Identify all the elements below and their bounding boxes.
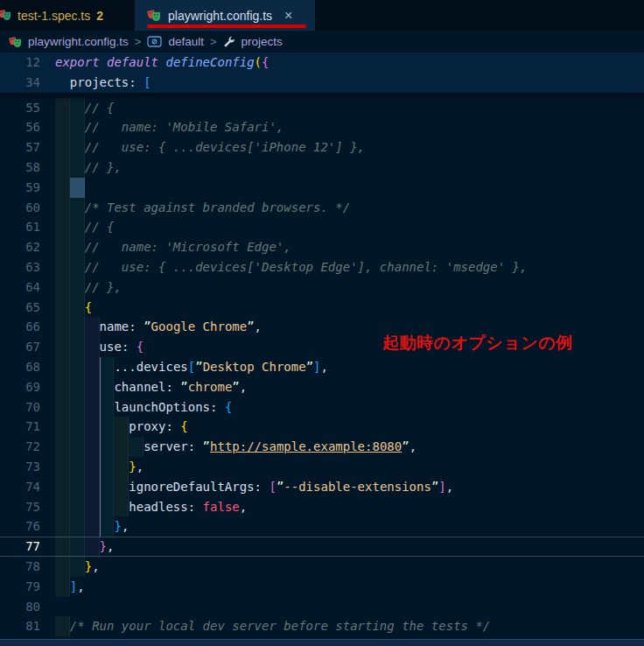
code-text: launchOptions: {: [40, 397, 644, 418]
code-text: },: [40, 457, 644, 477]
code-text: },: [40, 557, 644, 577]
code-line[interactable]: 80: [0, 597, 644, 617]
line-number: 57: [0, 137, 40, 158]
code-text: },: [40, 516, 644, 537]
code-text: [40, 597, 644, 617]
playwright-test-file-icon: [0, 8, 11, 24]
close-icon[interactable]: ×: [284, 9, 292, 23]
code-text: // use: { ...devices['Desktop Edge'], ch…: [40, 257, 644, 277]
annotation-note: 起動時のオプションの例: [382, 332, 573, 355]
line-number: 73: [0, 457, 40, 477]
tab-test-1-spec[interactable]: test-1.spec.ts 2: [0, 0, 131, 31]
breadcrumb: playwright.config.ts > default > project…: [0, 31, 644, 53]
code-text: /* Test against branded browsers. */: [40, 198, 644, 218]
code-line[interactable]: 68 ...devices[”Desktop Chrome”],: [0, 357, 644, 377]
code-text: channel: ”chrome”,: [40, 377, 644, 397]
line-number: 66: [0, 317, 40, 337]
tab-label: test-1.spec.ts: [18, 9, 90, 23]
code-text: ignoreDefaultArgs: [”--disable-extension…: [40, 477, 644, 497]
panel-top-edge: [0, 639, 644, 646]
code-line[interactable]: 63 // use: { ...devices['Desktop Edge'],…: [0, 257, 644, 277]
code-text: // name: 'Microsoft Edge',: [40, 237, 644, 257]
line-number: 61: [0, 217, 40, 237]
code-text: // {: [40, 217, 644, 237]
line-number: 62: [0, 237, 40, 257]
wrench-icon: [223, 36, 235, 48]
code-line[interactable]: 62 // name: 'Microsoft Edge',: [0, 237, 644, 257]
code-line[interactable]: 78 },: [0, 557, 644, 577]
chevron-right-icon: >: [210, 35, 217, 48]
code-text: },: [40, 537, 644, 557]
code-line[interactable]: 72 server: ”http://sample.example:8080”,: [0, 437, 644, 457]
code-line[interactable]: 56 // name: 'Mobile Safari',: [0, 117, 644, 137]
code-line[interactable]: 79 ],: [0, 577, 644, 597]
line-number: 81: [0, 616, 40, 636]
line-number: 69: [0, 377, 40, 397]
line-number: 55: [0, 98, 40, 118]
line-number: 75: [0, 497, 40, 517]
tab-problems-badge: 2: [96, 9, 103, 23]
indent-rainbow-block: [55, 178, 70, 198]
code-text: server: ”http://sample.example:8080”,: [40, 437, 644, 457]
code-line[interactable]: 77 },: [0, 537, 644, 557]
code-text: // },: [40, 277, 644, 298]
code-text: ...devices[”Desktop Chrome”],: [40, 357, 644, 377]
line-number: 79: [0, 577, 40, 597]
code-line[interactable]: 61 // {: [0, 217, 644, 237]
code-line[interactable]: 55 // {: [0, 98, 644, 118]
line-number: 12: [0, 53, 40, 73]
playwright-masks-icon: [147, 8, 161, 25]
sticky-line[interactable]: 12export default defineConfig({: [0, 53, 644, 73]
line-number: 80: [0, 597, 40, 617]
code-line[interactable]: 64 // },: [0, 277, 644, 298]
code-line[interactable]: 75 headless: false,: [0, 497, 644, 517]
breadcrumb-file[interactable]: playwright.config.ts: [28, 35, 129, 48]
line-number: 59: [0, 178, 40, 198]
line-number: 65: [0, 298, 40, 318]
code-line[interactable]: 57 // use: { ...devices['iPhone 12'] },: [0, 137, 644, 158]
playwright-masks-icon: [9, 35, 22, 48]
code-line[interactable]: 69 channel: ”chrome”,: [0, 377, 644, 397]
sticky-line[interactable]: 34 projects: [: [0, 73, 644, 93]
vscode-editor-window: test-1.spec.ts 2 playwright.config.ts ×: [0, 0, 644, 646]
line-number: 76: [0, 516, 40, 537]
code-text: // name: 'Mobile Safari',: [40, 117, 644, 137]
chevron-right-icon: >: [135, 35, 142, 48]
code-line[interactable]: 60 /* Test against branded browsers. */: [0, 198, 644, 218]
code-line[interactable]: 73 },: [0, 457, 644, 477]
code-text: headless: false,: [40, 497, 644, 517]
code-line[interactable]: 71 proxy: {: [0, 417, 644, 437]
tab-label: playwright.config.ts: [168, 9, 272, 23]
breadcrumb-symbol-projects[interactable]: projects: [242, 35, 283, 48]
code-text: // use: { ...devices['iPhone 12'] },: [40, 137, 644, 158]
line-number: 78: [0, 557, 40, 577]
code-line[interactable]: 58 // },: [0, 158, 644, 178]
line-number: 58: [0, 158, 40, 178]
code-line[interactable]: 81 /* Run your local dev server before s…: [0, 616, 644, 636]
tab-playwright-config[interactable]: playwright.config.ts ×: [135, 0, 315, 31]
tab-bar: test-1.spec.ts 2 playwright.config.ts ×: [0, 0, 644, 31]
line-number: 77: [0, 537, 40, 557]
code-text: // },: [40, 158, 644, 178]
code-line[interactable]: 70 launchOptions: {: [0, 397, 644, 418]
line-number: 71: [0, 417, 40, 437]
code-text: projects: [: [40, 73, 644, 93]
code-line[interactable]: 74 ignoreDefaultArgs: [”--disable-extens…: [0, 477, 644, 497]
code-text: ],: [40, 577, 644, 597]
line-number: 72: [0, 437, 40, 457]
line-number: 74: [0, 477, 40, 497]
line-number: 64: [0, 277, 40, 298]
line-number: 63: [0, 257, 40, 277]
line-number: 34: [0, 73, 40, 93]
red-underline-annotation: [147, 25, 306, 28]
line-number: 70: [0, 397, 40, 418]
line-number: 68: [0, 357, 40, 377]
line-number: 56: [0, 117, 40, 137]
code-text: [40, 178, 644, 198]
code-lines: 55 // {56 // name: 'Mobile Safari',57 //…: [0, 98, 644, 637]
code-text: export default defineConfig({: [40, 53, 644, 73]
code-line[interactable]: 65 {: [0, 298, 644, 318]
breadcrumb-symbol-default[interactable]: default: [168, 35, 204, 48]
code-line[interactable]: 76 },: [0, 516, 644, 537]
code-line[interactable]: 59: [0, 178, 644, 198]
